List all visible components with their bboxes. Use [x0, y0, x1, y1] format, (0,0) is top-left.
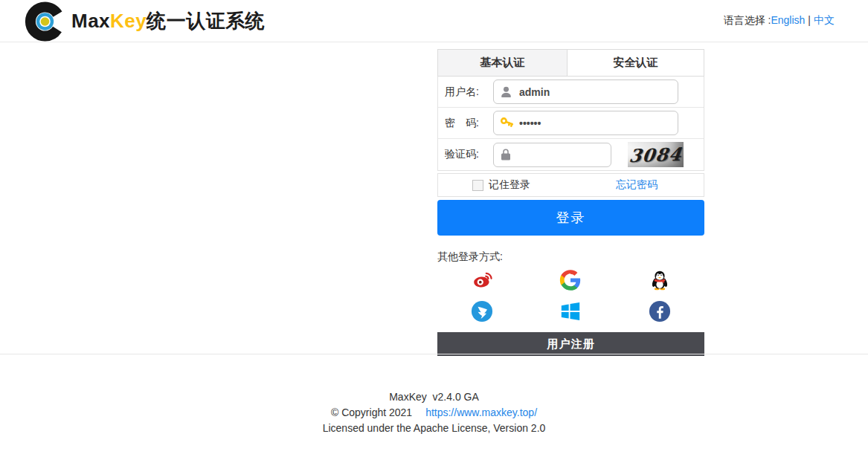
remember-checkbox[interactable] [472, 180, 483, 191]
lock-icon [499, 148, 512, 161]
auth-tabs: 基本认证 安全认证 [437, 49, 704, 77]
login-button[interactable]: 登录 [437, 200, 704, 236]
qq-icon [649, 269, 671, 294]
maxkey-logo-icon [24, 1, 66, 45]
social-login-grid [437, 267, 704, 328]
weibo-icon [471, 269, 493, 294]
language-selector: 语言选择 :English|中文 [724, 14, 835, 27]
brand-key: Key [110, 10, 147, 32]
login-panel: 基本认证 安全认证 用户名: 密 码: [437, 49, 704, 356]
password-label: 密 码: [438, 117, 493, 130]
windows-icon [559, 300, 582, 325]
dingtalk-icon [471, 300, 493, 325]
footer-maxkey-link[interactable]: https://www.maxkey.top/ [425, 406, 537, 418]
tab-secure-auth[interactable]: 安全认证 [568, 50, 704, 76]
google-icon [559, 269, 582, 294]
key-icon [499, 115, 515, 132]
login-form: 用户名: 密 码: [437, 77, 704, 171]
language-separator: | [805, 14, 814, 26]
footer-divider [0, 354, 868, 354]
brand-max: Max [71, 10, 110, 32]
language-link-chinese[interactable]: 中文 [814, 14, 835, 26]
username-row: 用户名: [438, 77, 704, 108]
captcha-image[interactable]: 3084 [628, 142, 684, 167]
tab-basic-auth[interactable]: 基本认证 [438, 50, 568, 76]
login-page: MaxKey统一认证系统 语言选择 :English|中文 基本认证 安全认证 … [0, 0, 868, 457]
username-label: 用户名: [438, 85, 493, 99]
remember-label: 记住登录 [489, 178, 530, 192]
footer-copyright-line: © Copyright 2021https://www.maxkey.top/ [0, 405, 868, 421]
username-input[interactable] [493, 80, 678, 104]
footer-license: Licensed under the Apache License, Versi… [0, 421, 868, 436]
weibo-login-button[interactable] [437, 267, 527, 296]
remember-row: 记住登录 忘记密码 [437, 173, 704, 197]
password-row: 密 码: [438, 108, 704, 139]
brand-suffix: 统一认证系统 [147, 10, 265, 32]
register-button[interactable]: 用户注册 [437, 332, 704, 356]
captcha-row: 验证码: 3084 [438, 139, 704, 170]
footer-copyright: © Copyright 2021 [331, 406, 412, 418]
qq-login-button[interactable] [615, 267, 704, 296]
captcha-code: 3084 [629, 143, 684, 166]
dingtalk-login-button[interactable] [437, 298, 527, 328]
captcha-label: 验证码: [438, 148, 493, 161]
other-login-methods-label: 其他登录方式: [437, 250, 704, 264]
page-footer: MaxKey v2.4.0 GA © Copyright 2021https:/… [0, 389, 868, 436]
person-icon [499, 85, 513, 99]
password-input[interactable] [493, 111, 678, 135]
facebook-icon [649, 300, 671, 325]
page-title: MaxKey统一认证系统 [71, 8, 265, 34]
footer-version: MaxKey v2.4.0 GA [0, 389, 868, 405]
forgot-password-link[interactable]: 忘记密码 [616, 178, 658, 192]
facebook-login-button[interactable] [615, 298, 704, 328]
language-label: 语言选择 : [724, 14, 771, 26]
windows-login-button[interactable] [527, 298, 616, 328]
google-login-button[interactable] [527, 267, 616, 296]
language-link-english[interactable]: English [771, 14, 805, 26]
app-header: MaxKey统一认证系统 语言选择 :English|中文 [0, 0, 868, 42]
